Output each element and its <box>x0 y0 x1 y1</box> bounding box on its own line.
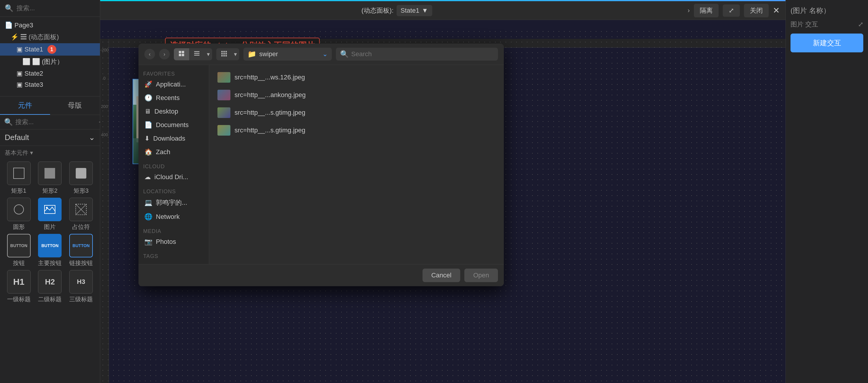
state-label: State1 <box>401 7 420 14</box>
rect2-icon <box>38 162 62 185</box>
documents-icon: 📄 <box>144 121 152 129</box>
sidebar-network[interactable]: 🌐 Network <box>138 210 209 223</box>
layer-page3[interactable]: 📄 page3 Page3 <box>0 20 100 31</box>
file-dialog: ‹ › <box>138 43 504 286</box>
component-link-button[interactable]: BUTTON 链接按钮 <box>67 234 95 267</box>
computer-icon: 💻 <box>144 199 152 207</box>
close-x-button[interactable]: ✕ <box>773 6 780 15</box>
dialog-search-input[interactable] <box>351 50 494 58</box>
svg-rect-16 <box>221 51 223 53</box>
component-button[interactable]: BUTTON 按钮 <box>5 234 33 267</box>
photos-icon: 📷 <box>144 238 152 246</box>
component-grid: 矩形1 矩形2 矩形3 圆形 图片 <box>0 159 100 306</box>
page-top-accent <box>100 0 785 1</box>
svg-rect-19 <box>221 53 223 55</box>
dialog-files: src=http__...ws.126.jpeg src=http__...an… <box>209 65 504 264</box>
zach-icon: 🏠 <box>144 148 152 156</box>
file-row-0[interactable]: src=http__...ws.126.jpeg <box>213 69 500 85</box>
isolate-button[interactable]: 隔离 <box>694 4 719 18</box>
layer-state3[interactable]: ▣ State3 <box>0 79 100 90</box>
svg-rect-21 <box>225 53 227 55</box>
placeholder-icon <box>69 198 93 221</box>
component-h2[interactable]: H2 二级标题 <box>36 270 64 303</box>
sidebar-documents[interactable]: 📄 Documents <box>138 118 209 132</box>
new-interaction-button[interactable]: 新建交互 <box>790 34 863 53</box>
cancel-button[interactable]: Cancel <box>423 269 460 282</box>
expand-button[interactable]: ⤢ <box>723 4 740 17</box>
component-placeholder[interactable]: 占位符 <box>67 198 95 231</box>
file-row-3[interactable]: src=http__...s.gtimg.jpeg <box>213 122 500 139</box>
topbar-right: › 隔离 ⤢ 关闭 ✕ <box>688 4 780 18</box>
dialog-footer: Cancel Open <box>138 264 504 286</box>
component-h1[interactable]: H1 一级标题 <box>5 270 33 303</box>
sidebar-recents[interactable]: 🕐 Recents <box>138 91 209 105</box>
locations-label: Locations <box>138 187 209 195</box>
component-search-input[interactable] <box>15 118 96 126</box>
circle-label: 圆形 <box>13 223 25 231</box>
sidebar-guo-computer[interactable]: 💻 郭鸣宇的... <box>138 195 209 210</box>
sidebar-zach[interactable]: 🏠 Zach <box>138 145 209 159</box>
svg-rect-24 <box>225 55 227 57</box>
button-label: 按钮 <box>13 259 25 267</box>
open-button[interactable]: Open <box>464 269 498 282</box>
sidebar-applications[interactable]: 🚀 Applicati... <box>138 78 209 91</box>
component-circle[interactable]: 圆形 <box>5 198 33 231</box>
svg-rect-9 <box>179 51 181 53</box>
button-icon: BUTTON <box>7 234 31 257</box>
page3-label: Page3 <box>14 22 33 29</box>
tags-label: Tags <box>138 251 209 260</box>
sidebar-desktop[interactable]: 🖥 Desktop <box>138 105 209 118</box>
right-panel-subtitle: 图片 交互 ⤢ <box>790 20 863 29</box>
dynamic-panel-label: ☰ (动态面板) <box>20 33 59 41</box>
layer-state1[interactable]: ▣ State1 1 <box>0 43 100 56</box>
state-selector[interactable]: State1 ▼ <box>397 5 432 16</box>
view-dropdown-arrow[interactable]: ▾ <box>205 50 212 58</box>
file-thumbnail-2 <box>217 107 230 118</box>
svg-point-3 <box>14 205 24 214</box>
size-dropdown-arrow[interactable]: ▾ <box>231 50 239 58</box>
rect1-icon <box>7 162 31 185</box>
dialog-forward-button[interactable]: › <box>159 49 170 60</box>
recents-label: Recents <box>156 94 180 102</box>
dialog-view-list-button[interactable] <box>189 48 205 60</box>
image-icon: ⬜ <box>22 58 30 66</box>
component-image[interactable]: 图片 <box>36 198 64 231</box>
component-rect1[interactable]: 矩形1 <box>5 162 33 195</box>
layer-tree: 📄 page3 Page3 ⚡ ☰ (动态面板) ▣ State1 1 ⬜ ⬜ … <box>0 17 100 93</box>
component-rect3[interactable]: 矩形3 <box>67 162 95 195</box>
zach-label: Zach <box>156 148 170 156</box>
page-icon: 📄 <box>5 22 13 29</box>
component-search-row: 🔍 + ⧉ ⋯ <box>0 115 100 130</box>
component-main-button[interactable]: BUTTON 主要按钮 <box>36 234 64 267</box>
default-selector[interactable]: Default ⌄ <box>0 130 100 146</box>
dialog-view-grid-button[interactable] <box>174 48 189 60</box>
tab-masters[interactable]: 母版 <box>50 97 100 115</box>
file-row-2[interactable]: src=http__...s.gtimg.jpeg <box>213 104 500 121</box>
svg-rect-11 <box>179 54 181 56</box>
dialog-back-button[interactable]: ‹ <box>144 49 155 60</box>
dialog-size-small-button[interactable] <box>216 48 231 60</box>
file-row-1[interactable]: src=http__...ankong.jpeg <box>213 87 500 103</box>
image-comp-icon <box>38 198 62 221</box>
tab-components[interactable]: 元件 <box>0 97 50 115</box>
layer-state2[interactable]: ▣ State2 <box>0 68 100 79</box>
canvas-container: -200 0 200 400 选择对应的 state，分别放入不同的图片 双击图… <box>100 20 785 383</box>
state1-badge: 1 <box>48 45 56 54</box>
sidebar-search-input[interactable] <box>17 4 97 12</box>
dialog-view-toggle: ▾ <box>174 48 212 60</box>
canvas: 选择对应的 state，分别放入不同的图片 双击图片元件，放入本地图片 2 <box>100 20 785 383</box>
photos-label: Photos <box>156 238 176 246</box>
sidebar-photos[interactable]: 📷 Photos <box>138 235 209 249</box>
sidebar-icloud-drive[interactable]: ☁ iCloud Dri... <box>138 170 209 184</box>
rect2-label: 矩形2 <box>42 187 58 195</box>
layer-dynamic-panel[interactable]: ⚡ ☰ (动态面板) <box>0 31 100 43</box>
dialog-folder-selector[interactable]: 📁 swiper ⌄ <box>243 48 332 61</box>
sidebar-downloads[interactable]: ⬇ Downloads <box>138 132 209 145</box>
component-rect2[interactable]: 矩形2 <box>36 162 64 195</box>
right-panel-title: (图片 名称） <box>790 6 863 15</box>
component-h3[interactable]: H3 三级标题 <box>67 270 95 303</box>
file-name-3: src=http__...s.gtimg.jpeg <box>235 127 305 134</box>
expand-icon[interactable]: ⤢ <box>858 21 863 28</box>
layer-image[interactable]: ⬜ ⬜ (图片） <box>0 56 100 68</box>
close-button[interactable]: 关闭 <box>744 4 769 18</box>
